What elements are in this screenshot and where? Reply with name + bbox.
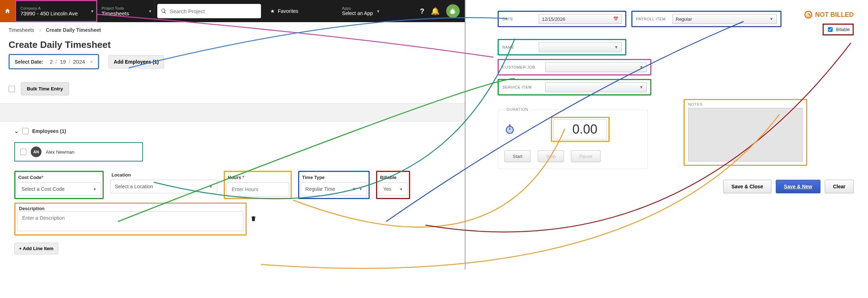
- name-field-box: NAME ▼: [498, 39, 626, 55]
- stopwatch-icon: [504, 124, 515, 135]
- apps-label: Apps: [342, 6, 373, 10]
- search-wrap: [154, 0, 264, 22]
- description-label: Description: [18, 204, 46, 211]
- home-icon: [4, 8, 11, 14]
- r-service-text[interactable]: [548, 84, 639, 90]
- not-billed-text: NOT BILLED: [815, 11, 854, 19]
- clear-time-type-icon[interactable]: ×: [352, 186, 355, 192]
- location-field: Location Select a Location ▼: [110, 171, 217, 199]
- notes-box: NOTES: [684, 99, 807, 166]
- crumb-current: Create Daily Timesheet: [46, 27, 101, 33]
- employees-select-all-checkbox[interactable]: [22, 128, 29, 134]
- description-input[interactable]: [18, 211, 243, 231]
- apps-selector[interactable]: Apps Select an App ▼: [337, 0, 382, 22]
- chevron-down-icon: ▼: [639, 65, 643, 70]
- chevron-down-icon: ▼: [376, 9, 380, 13]
- bulk-time-entry-button[interactable]: Bulk Time Entry: [21, 82, 69, 95]
- billable-checkbox-box[interactable]: Billable: [823, 24, 854, 35]
- date-field-box: DATE 12/15/2026 📅: [498, 11, 626, 27]
- page-title: Create Daily Timesheet: [9, 39, 456, 50]
- notes-label: NOTES: [688, 102, 803, 106]
- employees-header[interactable]: ⌄ Employees (1): [14, 128, 450, 134]
- duration-value[interactable]: 0.00: [553, 119, 607, 139]
- company-selector[interactable]: Company A 73990 - 450 Lincoln Ave ▼: [15, 0, 97, 22]
- r-customer-select[interactable]: ▼: [545, 62, 647, 72]
- location-label: Location: [110, 171, 217, 178]
- select-date-box: Select Date: 2 / 19 / 2024 ×: [9, 54, 99, 69]
- time-type-select[interactable]: Regular Time × ▼: [301, 182, 367, 196]
- agave-icon: [449, 7, 457, 15]
- notes-input[interactable]: [688, 108, 803, 162]
- location-placeholder: Select a Location: [115, 184, 153, 189]
- chevron-down-icon: ▼: [639, 85, 643, 90]
- r-payroll-label: PAYROLL ITEM: [636, 17, 669, 21]
- cost-code-field: Cost Code* Select a Cost Code ▼: [14, 171, 104, 199]
- clear-date-icon[interactable]: ×: [90, 59, 93, 65]
- duration-stop-button[interactable]: Stop: [538, 150, 564, 162]
- billable-checkbox-label: Billable: [836, 27, 850, 32]
- favorites-link[interactable]: ★ Favorites: [264, 0, 305, 22]
- time-type-label: Time Type: [301, 173, 367, 180]
- tools-value: Timesheets: [102, 10, 148, 16]
- hours-input-wrap[interactable]: [226, 182, 289, 197]
- favorites-label: Favorites: [278, 8, 299, 14]
- service-field-box: SERVICE ITEM ▼: [498, 79, 651, 95]
- date-day: 19: [60, 59, 66, 65]
- bulk-select-checkbox[interactable]: [9, 86, 15, 92]
- r-payroll-select[interactable]: Regular ▼: [672, 14, 777, 24]
- hours-input[interactable]: [231, 186, 285, 193]
- help-icon[interactable]: ?: [420, 7, 424, 15]
- save-new-button[interactable]: Save & New: [776, 180, 820, 193]
- chevron-down-icon: ▼: [209, 185, 213, 189]
- billable-label: Billable: [379, 173, 408, 180]
- svg-rect-1: [509, 124, 511, 126]
- calendar-icon[interactable]: 📅: [613, 16, 618, 21]
- search-input-wrap[interactable]: [157, 4, 261, 18]
- r-service-input[interactable]: ▼: [545, 82, 647, 92]
- chevron-down-icon: ▼: [93, 187, 97, 191]
- profile-avatar[interactable]: [446, 4, 460, 18]
- save-close-button[interactable]: Save & Close: [723, 180, 771, 193]
- breadcrumb: Timesheets › Create Daily Timesheet: [0, 22, 465, 38]
- r-service-label: SERVICE ITEM: [502, 85, 542, 89]
- duration-pause-button[interactable]: Pause: [571, 150, 601, 162]
- r-name-select[interactable]: ▼: [539, 42, 622, 52]
- date-year: 2024: [73, 59, 85, 65]
- billable-select[interactable]: Yes ▼: [379, 182, 408, 196]
- location-select[interactable]: Select a Location ▼: [110, 180, 217, 193]
- payroll-field-box: PAYROLL ITEM Regular ▼: [631, 11, 781, 27]
- r-date-label: DATE: [502, 17, 535, 21]
- chevron-down-icon: ▼: [614, 45, 618, 50]
- duration-start-button[interactable]: Start: [504, 150, 531, 162]
- customer-field-box: CUSTOMER:JOB ▼: [498, 59, 651, 75]
- apps-value: Select an App: [342, 10, 373, 16]
- clear-button[interactable]: Clear: [825, 180, 854, 193]
- tools-label: Project Tools: [102, 6, 148, 10]
- add-line-item-button[interactable]: + Add Line Item: [14, 243, 58, 254]
- delete-line-icon[interactable]: [250, 215, 257, 223]
- tools-selector[interactable]: Project Tools Timesheets ▼: [97, 0, 154, 22]
- date-month: 2: [50, 59, 53, 65]
- r-date-input[interactable]: 12/15/2026 📅: [539, 14, 622, 24]
- r-payroll-value: Regular: [676, 16, 692, 22]
- employee-name: Alex Newman: [46, 149, 74, 155]
- cost-code-label: Cost Code: [18, 175, 41, 180]
- date-input[interactable]: 2 / 19 / 2024 ×: [50, 59, 93, 65]
- home-button[interactable]: [0, 0, 15, 22]
- star-icon: ★: [270, 8, 275, 14]
- employee-row[interactable]: AN Alex Newman: [14, 142, 143, 162]
- billable-checkbox[interactable]: [828, 27, 833, 32]
- bell-icon[interactable]: 🔔: [431, 7, 440, 15]
- time-type-value: Regular Time: [305, 186, 335, 192]
- select-date-label: Select Date:: [15, 59, 43, 65]
- employee-checkbox[interactable]: [20, 149, 26, 155]
- add-employees-button[interactable]: Add Employees (1): [108, 55, 164, 69]
- search-icon: [161, 8, 167, 14]
- hours-label: Hours: [228, 175, 241, 180]
- billable-field: Billable Yes ▼: [376, 171, 410, 199]
- search-input[interactable]: [169, 8, 257, 15]
- cost-code-select[interactable]: Select a Cost Code ▼: [17, 182, 101, 196]
- chevron-down-icon: ▼: [90, 9, 94, 13]
- chevron-right-icon: ›: [39, 27, 41, 33]
- crumb-root[interactable]: Timesheets: [9, 27, 34, 33]
